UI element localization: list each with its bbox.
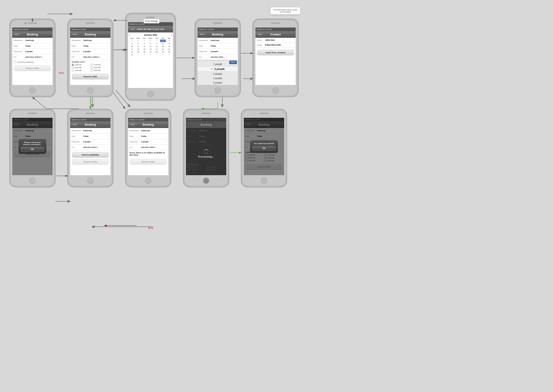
home-btn-6[interactable] xyxy=(29,177,36,184)
back-btn-2[interactable]: Back xyxy=(71,33,78,36)
for-row-7[interactable]: For John Doe, 8-914-7... › xyxy=(70,145,110,150)
screen-4: VIRGIN 3G 4:20 PM Back Booking Restauran… xyxy=(198,28,238,85)
picker-4people[interactable]: 4 people xyxy=(198,76,238,81)
speaker-8 xyxy=(144,113,153,114)
status-bar-9: VIRGIN 3G 4:20 PM xyxy=(186,118,226,121)
time-item-3[interactable]: 6:30 PM xyxy=(71,66,90,69)
screen-1: VIRGIN 3G 4:20 PM Back Booking Restauran… xyxy=(12,28,53,85)
screen-7: VIRGIN 3G 4:20 PM Back Booking Restauran… xyxy=(70,118,110,175)
check-availability-btn[interactable]: Check availability xyxy=(72,152,109,158)
back-btn-5[interactable]: Back xyxy=(256,33,264,36)
date-row-1[interactable]: Date Today › xyxy=(12,43,53,49)
time-item-1[interactable]: 6:00 PM xyxy=(71,64,90,66)
tooltip-box: This information will be saved as the de… xyxy=(270,7,300,14)
time-item-2[interactable]: 7:30 PM xyxy=(91,64,109,66)
nav-title-8: Booking xyxy=(143,123,154,126)
reserve-btn-1[interactable]: Reserve table xyxy=(14,65,51,71)
back-btn-4[interactable]: Back xyxy=(199,33,206,36)
booked-msg: Your table has booked! xyxy=(252,143,276,145)
status-text-2: VIRGIN 3G 4:20 PM xyxy=(71,29,86,30)
nav-title-2: Booking xyxy=(85,33,96,36)
picker-5people[interactable]: 5 people xyxy=(198,81,238,85)
radio-empty-4 xyxy=(71,69,74,71)
if-no-change-label: If no change xyxy=(144,19,160,23)
nav-bar-5: Back Contact xyxy=(255,31,296,38)
status-bar-4: VIRGIN 3G 4:20 PM xyxy=(198,28,238,31)
screen-10: VIRGIN 3G 4:20 PM Back Booking Restauran… xyxy=(244,118,284,175)
for-row-2[interactable]: For John Doe, 8-914-7... › xyxy=(70,54,110,60)
insert-contacts-btn[interactable]: Insert from contacts xyxy=(257,50,294,55)
nav-title-5: Contact xyxy=(270,33,281,36)
cal-next[interactable]: › xyxy=(171,33,172,36)
phone-10-booked: VIRGIN 3G 4:20 PM Back Booking Restauran… xyxy=(241,109,287,188)
nav-title-1: Booking xyxy=(27,33,38,36)
speaker-6 xyxy=(28,113,37,114)
nav-bar-3: Back Select the date of your visit xyxy=(128,26,173,32)
date-row-7[interactable]: Date Today › xyxy=(70,133,110,139)
checking-row: Checking availability... xyxy=(12,60,53,64)
phone-2: VIRGIN 3G 4:20 PM Back Booking Restauran… xyxy=(67,19,113,97)
status-bar-7: VIRGIN 3G 4:20 PM xyxy=(70,118,110,121)
home-btn-4[interactable] xyxy=(214,87,221,94)
home-btn-9[interactable] xyxy=(203,177,209,184)
nav-title-4: Booking xyxy=(212,33,223,36)
party-row-1[interactable]: Party size 2 people › xyxy=(12,49,53,54)
party-row-4[interactable]: Party size 2 people › xyxy=(198,49,238,54)
phone-3-calendar: VIRGIN 3G 4:20 PM Back Select the date o… xyxy=(125,13,176,101)
home-btn-10[interactable] xyxy=(261,177,267,184)
speaker-4 xyxy=(213,22,222,24)
nav-bar-8: Back Booking xyxy=(128,121,168,128)
done-btn[interactable]: Done xyxy=(229,61,237,64)
party-row-2[interactable]: Party size 2 people › xyxy=(70,49,110,54)
cal-prev[interactable]: ‹ xyxy=(129,33,130,36)
party-row-8[interactable]: Party size 2 people › xyxy=(128,139,168,145)
phone-7-check: VIRGIN 3G 4:20 PM Back Booking Restauran… xyxy=(67,109,113,188)
nav-bar-2: Back Booking xyxy=(70,31,110,38)
status-bar-1: VIRGIN 3G 4:20 PM xyxy=(12,28,53,31)
alert-ok-btn-6[interactable]: Ok! xyxy=(21,147,44,152)
status-text-1: VIRGIN 3G 4:20 PM xyxy=(14,29,28,30)
time-item-4[interactable]: 8:00 PM xyxy=(91,66,109,69)
error-label-1: Error xyxy=(59,72,64,74)
processing-overlay: Processing... xyxy=(186,145,226,163)
back-btn-7[interactable]: Back xyxy=(71,123,78,126)
time-item-6[interactable]: 9:00 PM xyxy=(91,69,109,71)
radio-empty-5 xyxy=(91,69,93,71)
picker-2people[interactable]: ✓ 2 people xyxy=(198,66,238,72)
phone-9-processing: VIRGIN 3G 4:20 PM Booking Restaurant Caf… xyxy=(183,109,229,188)
screen-5: VIRGIN 3G 4:20 PM Back Contact Name John… xyxy=(255,28,296,85)
blurred-times: Available times: 6:00 PM 7:30 PM 6:30 PM… xyxy=(186,163,226,175)
home-btn-8[interactable] xyxy=(145,177,151,184)
home-btn-2[interactable] xyxy=(87,87,93,94)
for-row-8[interactable]: For John Doe, 8-914-7... › xyxy=(128,145,168,150)
reserve-btn-8[interactable]: Reserve table xyxy=(130,159,166,165)
picker-3people[interactable]: 3 people xyxy=(198,72,238,76)
back-btn-3[interactable]: Back xyxy=(129,27,136,31)
for-row-4[interactable]: For John Doe, 8-914-... xyxy=(198,54,238,60)
radio-empty-1 xyxy=(91,64,93,66)
booked-ok-btn[interactable]: Ok! xyxy=(252,146,276,151)
nav-bar-9: Booking xyxy=(186,121,226,128)
time-item-5[interactable]: 7:00 PM xyxy=(71,69,90,71)
home-btn-3[interactable] xyxy=(147,91,154,97)
picker-wheel[interactable]: 1 people ✓ 2 people 3 people 4 people 5 … xyxy=(198,61,238,85)
for-row-1[interactable]: For John Doe, 8-914-7... › xyxy=(12,54,53,60)
screen-8: VIRGIN 3G 4:20 PM Back Booking Restauran… xyxy=(128,118,168,175)
back-btn-8[interactable]: Back xyxy=(129,123,136,126)
status-bar-5: VIRGIN 3G 4:20 PM xyxy=(255,28,296,31)
date-row-2[interactable]: Date Today › xyxy=(70,43,110,49)
speaker-5 xyxy=(271,22,280,24)
alert-box-6: Please, check your internet connection..… xyxy=(19,139,46,154)
date-row-4[interactable]: Date Today › xyxy=(198,43,238,49)
home-btn-7[interactable] xyxy=(87,177,93,184)
reserve-btn-2[interactable]: Reserve table xyxy=(72,74,109,79)
party-row-7[interactable]: Party size 2 people › xyxy=(70,139,110,145)
home-btn-1[interactable] xyxy=(29,87,36,94)
screen-9: VIRGIN 3G 4:20 PM Booking Restaurant Caf… xyxy=(186,118,226,175)
reserve-btn-7[interactable]: Reserve table xyxy=(72,159,109,165)
speaker-2 xyxy=(86,22,95,24)
date-row-8[interactable]: Date Today › xyxy=(128,133,168,139)
back-btn-1[interactable]: Back xyxy=(13,33,21,36)
speaker-1 xyxy=(28,22,37,24)
home-btn-5[interactable] xyxy=(272,87,279,94)
